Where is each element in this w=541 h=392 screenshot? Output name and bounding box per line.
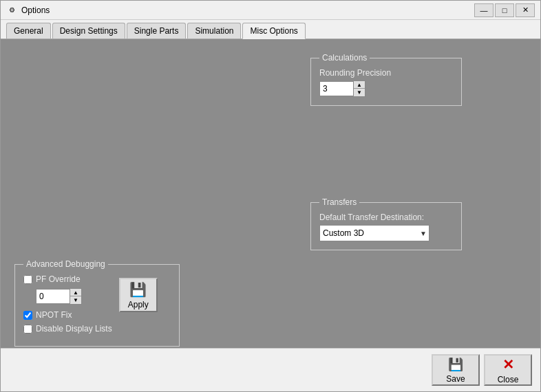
disable-display-checkbox[interactable] [23, 325, 32, 334]
pf-spin-buttons: ▲ ▼ [70, 288, 82, 305]
save-icon: 💾 [448, 357, 463, 372]
pf-spin-container: ▲ ▼ [36, 288, 112, 305]
disable-display-label: Disable Display Lists [36, 324, 112, 334]
apply-button[interactable]: 💾 Apply [119, 278, 158, 312]
rounding-spin-down[interactable]: ▼ [354, 89, 365, 96]
apply-icon: 💾 [129, 281, 147, 298]
disable-display-row: Disable Display Lists [23, 324, 112, 334]
npot-fix-label: NPOT Fix [36, 310, 72, 320]
options-window: ⚙ Options — □ ✕ General Design Settings … [0, 0, 541, 392]
tab-misc-options[interactable]: Misc Options [242, 23, 305, 39]
pf-input[interactable] [36, 289, 70, 304]
maximize-button[interactable]: □ [495, 3, 514, 17]
rounding-label: Rounding Precision [319, 68, 453, 78]
title-buttons: — □ ✕ [474, 3, 535, 17]
rounding-spin-up[interactable]: ▲ [354, 81, 365, 89]
app-icon: ⚙ [6, 5, 17, 16]
main-content: Calculations Rounding Precision ▲ ▼ Tran… [1, 39, 540, 348]
destination-label: Default Transfer Destination: [319, 213, 453, 222]
calculations-legend: Calculations [319, 53, 370, 63]
close-title-button[interactable]: ✕ [516, 3, 535, 17]
advanced-controls: PF Override ▲ ▼ NPOT Fix [23, 274, 112, 338]
rounding-input[interactable] [319, 81, 354, 96]
rounding-spin-buttons: ▲ ▼ [354, 80, 365, 97]
transfers-group: Transfers Default Transfer Destination: … [310, 197, 462, 250]
save-label: Save [446, 374, 465, 384]
tab-bar: General Design Settings Single Parts Sim… [1, 20, 540, 39]
save-button[interactable]: 💾 Save [432, 354, 480, 386]
window-title: Options [21, 6, 50, 15]
advanced-inner: PF Override ▲ ▼ NPOT Fix [23, 274, 171, 338]
tab-general[interactable]: General [6, 23, 51, 39]
apply-label: Apply [128, 300, 149, 309]
close-icon: ✕ [502, 356, 514, 373]
tab-single-parts[interactable]: Single Parts [127, 23, 187, 39]
transfers-legend: Transfers [319, 197, 359, 207]
title-bar-left: ⚙ Options [6, 5, 50, 16]
destination-select-wrapper: Custom 3D Standard Local ▼ [319, 225, 429, 241]
advanced-debugging-legend: Advanced Debugging [23, 259, 108, 269]
calculations-group: Calculations Rounding Precision ▲ ▼ [310, 53, 462, 106]
bottom-bar: 💾 Save ✕ Close [1, 348, 540, 391]
tab-design-settings[interactable]: Design Settings [52, 23, 125, 39]
tab-simulation[interactable]: Simulation [187, 23, 241, 39]
close-label: Close [498, 375, 519, 384]
pf-spin-down[interactable]: ▼ [70, 296, 81, 304]
title-bar: ⚙ Options — □ ✕ [1, 1, 540, 20]
npot-fix-checkbox[interactable] [23, 311, 32, 320]
destination-select[interactable]: Custom 3D Standard Local [319, 225, 429, 241]
pf-override-row: PF Override [23, 274, 112, 284]
pf-override-label: PF Override [36, 274, 81, 284]
advanced-debugging-group: Advanced Debugging PF Override ▲ ▼ [14, 259, 180, 347]
minimize-button[interactable]: — [474, 3, 494, 17]
close-button[interactable]: ✕ Close [484, 354, 532, 386]
pf-spin-up[interactable]: ▲ [70, 289, 81, 296]
npot-fix-row: NPOT Fix [23, 310, 112, 320]
pf-override-checkbox[interactable] [23, 275, 32, 284]
rounding-spin-container: ▲ ▼ [319, 80, 453, 97]
apply-container: 💾 Apply [119, 278, 158, 312]
